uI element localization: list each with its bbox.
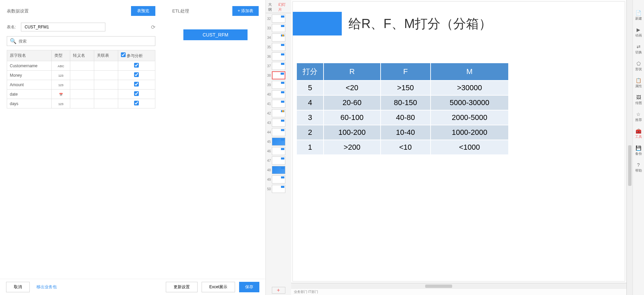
tool-切换[interactable]: ⇄切换	[635, 44, 642, 55]
slide-number: 38	[267, 74, 271, 77]
slide-thumbnail[interactable]: 49	[267, 175, 290, 183]
score-cell: 2	[297, 125, 324, 140]
participate-checkbox[interactable]	[134, 63, 139, 68]
slide-number: 46	[267, 149, 271, 153]
slide-thumbnail[interactable]: 39	[267, 81, 290, 89]
score-row: 420-6080-1505000-30000	[297, 95, 509, 110]
field-alias[interactable]	[70, 61, 94, 71]
score-cell: 3	[297, 110, 324, 125]
slide-thumbnail[interactable]: 40	[267, 90, 290, 98]
score-cell: <20	[324, 80, 381, 95]
slide-thumbnail[interactable]: 37	[267, 62, 290, 70]
field-name: date	[7, 90, 52, 99]
slide-thumbnail[interactable]: 33	[267, 24, 290, 32]
slide-number: 34	[267, 36, 271, 40]
slide-thumbnail[interactable]: 43	[267, 119, 290, 127]
帮助-icon: ?	[637, 162, 640, 168]
slide-number: 43	[267, 121, 271, 125]
slide-number: 32	[267, 17, 271, 21]
field-row: Money 123	[7, 71, 155, 80]
动画-icon: ▶	[637, 27, 640, 32]
slide-number: 50	[267, 187, 271, 191]
field-alias[interactable]	[70, 71, 94, 80]
score-cell: 2000-5000	[431, 110, 509, 125]
tool-工具[interactable]: 🧰工具	[635, 128, 642, 139]
形状-icon: ⬠	[637, 61, 641, 66]
slide-thumbnail[interactable]: 50	[267, 185, 290, 193]
participate-all-checkbox[interactable]	[121, 52, 126, 57]
score-cell: 10-40	[381, 125, 431, 140]
thumbnails-list[interactable]: 32333435363738394041424344454647484950	[266, 13, 291, 286]
slide-thumbnail[interactable]: 35	[267, 43, 290, 51]
tool-传图[interactable]: 🖼传图	[635, 95, 642, 105]
field-reltable[interactable]	[94, 80, 118, 90]
field-name: Amount	[7, 80, 52, 90]
tool-新建[interactable]: 📄新建	[635, 10, 642, 21]
tool-形状[interactable]: ⬠形状	[635, 61, 642, 72]
etl-node[interactable]: CUST_RFM	[183, 29, 248, 40]
excel-show-button[interactable]: Excel展示	[202, 282, 235, 292]
save-button[interactable]: 保存	[239, 282, 259, 292]
field-row: Customername ABC	[7, 61, 155, 71]
slide-thumbnail[interactable]: 48	[267, 166, 290, 174]
participate-checkbox[interactable]	[134, 82, 139, 87]
field-reltable[interactable]	[94, 90, 118, 99]
slide-thumbnail[interactable]: 32	[267, 15, 290, 23]
outline-tab[interactable]: 大纲	[267, 1, 276, 13]
tool-属性[interactable]: 📋属性	[635, 78, 642, 89]
field-alias[interactable]	[70, 80, 94, 90]
participate-checkbox[interactable]	[134, 101, 139, 105]
field-name: Customername	[7, 61, 52, 71]
slide-tab[interactable]: 幻灯片	[277, 1, 290, 13]
add-slide-button[interactable]: +	[272, 287, 285, 294]
slide-thumbnail[interactable]: 46	[267, 147, 290, 155]
field-reltable[interactable]	[94, 61, 118, 71]
fields-table: 原字段名 类型 转义名 关联表 参与分析 Customername ABC Mo…	[7, 50, 155, 108]
tool-推荐[interactable]: ☆推荐	[635, 112, 642, 122]
field-row: days 123	[7, 99, 155, 108]
participate-checkbox[interactable]	[134, 91, 139, 96]
slide-thumbnail[interactable]: 42	[267, 109, 290, 117]
切换-icon: ⇄	[637, 44, 641, 49]
slide-thumbnail[interactable]: 34	[267, 33, 290, 42]
tool-帮助[interactable]: ?帮助	[635, 162, 642, 173]
table-name-input[interactable]	[21, 23, 105, 31]
preview-button[interactable]: 表预览	[131, 6, 155, 16]
field-reltable[interactable]	[94, 71, 118, 80]
field-alias[interactable]	[70, 90, 94, 99]
slide-thumbnail[interactable]: 38	[267, 71, 290, 79]
slide-number: 36	[267, 55, 271, 58]
tool-备份[interactable]: 💾备份	[635, 145, 642, 156]
slide-thumbnail[interactable]: 45	[267, 138, 290, 146]
horizontal-scrollbar[interactable]	[291, 283, 626, 289]
participate-checkbox[interactable]	[134, 72, 139, 77]
field-alias[interactable]	[70, 99, 94, 108]
add-table-button[interactable]: + 添加表	[232, 6, 259, 16]
move-package-link[interactable]: 移出业务包	[36, 284, 57, 290]
field-type: 123	[52, 80, 70, 90]
slide-thumbnail[interactable]: 41	[267, 100, 290, 108]
cancel-button[interactable]: 取消	[6, 282, 30, 292]
slide-canvas[interactable]: 给R、F、M打分（分箱） 打分RFM 5<20>150>30000420-608…	[292, 1, 625, 281]
tool-动画[interactable]: ▶动画	[635, 27, 642, 38]
slide-number: 39	[267, 83, 271, 87]
refresh-icon[interactable]: ⟳	[151, 24, 155, 30]
search-box: 🔍	[7, 36, 155, 46]
score-header: M	[431, 63, 509, 80]
tool-label: 备份	[635, 151, 642, 156]
update-settings-button[interactable]: 更新设置	[166, 282, 198, 292]
slide-number: 41	[267, 102, 271, 106]
slide-thumbnail[interactable]: 47	[267, 156, 290, 165]
search-input[interactable]	[19, 39, 152, 44]
table-settings-column: 表数据设置 表预览 表名: ⟳ 🔍 原字段名 类型 转义名 关联表	[7, 6, 155, 108]
slide-thumbnail[interactable]: 44	[267, 128, 290, 136]
field-reltable[interactable]	[94, 99, 118, 108]
etl-column: ETL处理 + 添加表 CUST_RFM	[172, 6, 259, 108]
field-name: Money	[7, 71, 52, 80]
score-cell: <1000	[431, 140, 509, 155]
vertical-scrollbar[interactable]	[626, 0, 633, 295]
score-cell: <10	[381, 140, 431, 155]
footer-bar: 取消 移出业务包 更新设置 Excel展示 保存	[0, 279, 265, 295]
slide-thumbnail[interactable]: 36	[267, 52, 290, 60]
tool-sidebar: 📄新建▶动画⇄切换⬠形状📋属性🖼传图☆推荐🧰工具💾备份?帮助	[633, 0, 644, 295]
